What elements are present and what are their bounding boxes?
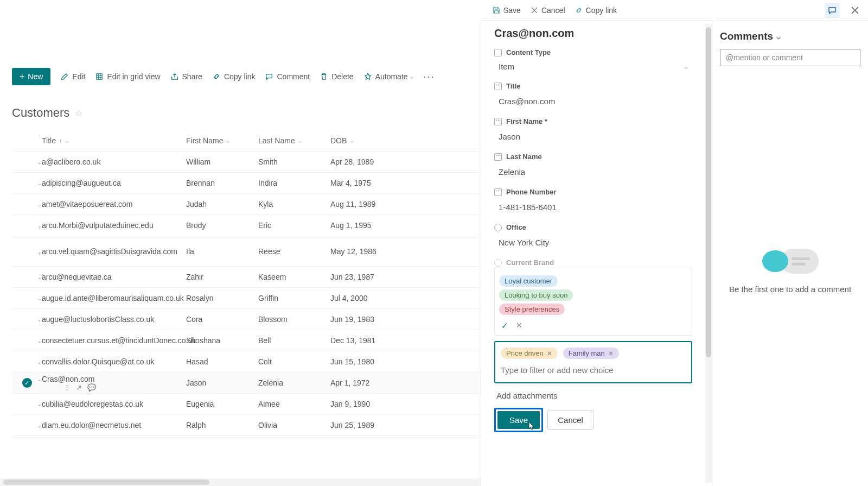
row-expand-icon: ⌄	[37, 338, 42, 344]
row-expand-icon: ⌄	[37, 377, 42, 382]
row-last-name: Blossom	[258, 315, 330, 324]
delete-button[interactable]: Delete	[320, 72, 353, 81]
row-first-name: Jason	[186, 378, 258, 387]
close-panel-button[interactable]	[847, 3, 863, 18]
selected-tag[interactable]: Price driven✕	[501, 348, 558, 359]
cursor-pointer-icon	[526, 421, 535, 432]
row-title[interactable]: cubilia@eudoloregestas.co.uk	[42, 400, 143, 408]
row-last-name: Indira	[258, 179, 330, 187]
row-last-name: Eric	[258, 221, 330, 230]
share-button[interactable]: Share	[170, 72, 202, 81]
panel-save-button[interactable]: Save	[493, 6, 521, 15]
row-more-icon[interactable]: ⋮	[63, 383, 71, 392]
last-name-field[interactable]	[494, 164, 692, 182]
list-title: Customers	[12, 106, 69, 120]
copylink-button[interactable]: Copy link	[212, 72, 256, 81]
label-current-brand: Current Brand	[494, 258, 692, 267]
content-type-select[interactable]: Item ⌵	[494, 60, 692, 77]
choice-input-box[interactable]: Price driven✕ Family man✕	[494, 341, 692, 383]
row-title[interactable]: augue.id.ante@liberomaurisaliquam.co.uk	[42, 294, 184, 302]
row-last-name: Olivia	[258, 421, 330, 430]
row-last-name: Smith	[258, 157, 330, 166]
row-expand-icon: ⌄	[37, 402, 42, 407]
row-dob: Dec 13, 1981	[330, 336, 406, 345]
choice-filter-input[interactable]	[501, 363, 686, 377]
new-button[interactable]: + New	[12, 68, 50, 85]
row-title[interactable]: a@aclibero.co.uk	[42, 157, 100, 166]
remove-tag-icon[interactable]: ✕	[608, 350, 614, 357]
edit-icon	[60, 72, 69, 81]
row-first-name: Brody	[186, 221, 258, 230]
phone-field[interactable]	[494, 199, 692, 218]
row-title[interactable]: adipiscing@augueut.ca	[42, 179, 121, 187]
row-first-name: Hasad	[186, 357, 258, 366]
row-expand-icon: ⌄	[37, 359, 42, 365]
row-dob: Jun 25, 1989	[330, 421, 406, 430]
row-title[interactable]: consectetuer.cursus.et@tinciduntDonec.co…	[42, 336, 196, 345]
field-type-icon	[494, 259, 502, 267]
row-dob: Aug 11, 1989	[330, 200, 406, 209]
choice-option[interactable]: Looking to buy soon	[499, 289, 573, 301]
row-title[interactable]: diam.eu.dolor@necmetus.net	[42, 421, 141, 430]
edit-grid-button[interactable]: Edit in grid view	[95, 72, 160, 81]
row-dob: Apr 1, 1972	[330, 378, 406, 387]
close-icon	[531, 7, 538, 14]
first-name-field[interactable]	[494, 129, 692, 147]
column-header-last[interactable]: Last Name ⌵	[258, 136, 330, 145]
toolbar-more-button[interactable]: ···	[424, 71, 435, 83]
row-title[interactable]: Cras@non.com	[42, 375, 94, 383]
row-last-name: Reese	[258, 247, 330, 256]
vertical-scrollbar[interactable]	[705, 24, 712, 483]
row-comment-icon[interactable]: 💬	[87, 383, 96, 392]
comment-button[interactable]: Comment	[265, 72, 310, 81]
save-icon	[493, 7, 500, 14]
row-expand-icon: ⌄	[37, 223, 42, 229]
row-title[interactable]: convallis.dolor.Quisque@at.co.uk	[42, 357, 154, 366]
column-header-dob[interactable]: DOB ⌵	[330, 136, 406, 145]
remove-tag-icon[interactable]: ✕	[547, 350, 552, 357]
row-last-name: Aimee	[258, 400, 330, 408]
cancel-button[interactable]: Cancel	[547, 411, 593, 430]
grid-icon	[95, 72, 104, 81]
automate-button[interactable]: Automate ⌵	[363, 72, 414, 81]
office-field[interactable]	[494, 235, 692, 253]
confirm-choice-button[interactable]: ✓	[501, 321, 508, 331]
choice-dropdown[interactable]: Loyal customer Looking to buy soon Style…	[494, 268, 692, 336]
row-expand-icon: ⌄	[37, 296, 42, 301]
chat-panel-toggle[interactable]	[825, 3, 840, 18]
title-field[interactable]	[494, 93, 692, 112]
sort-up-icon: ↑	[59, 137, 62, 144]
row-share-icon[interactable]: ↗	[76, 383, 82, 392]
row-title[interactable]: arcu@nequevitae.ca	[42, 273, 112, 281]
field-type-icon	[494, 188, 502, 196]
label-phone: Phone Number	[494, 188, 692, 196]
row-dob: Apr 28, 1989	[330, 157, 406, 166]
chevron-down-icon: ⌵	[65, 137, 69, 144]
panel-cancel-button[interactable]: Cancel	[531, 6, 565, 15]
share-icon	[170, 72, 179, 81]
chevron-down-icon: ⌵	[410, 73, 414, 80]
choice-option[interactable]: Style preferences	[499, 304, 565, 315]
panel-copylink-button[interactable]: Copy link	[575, 6, 617, 15]
add-attachments-link[interactable]: Add attachments	[496, 391, 692, 400]
row-title[interactable]: amet@vitaeposuereat.com	[42, 200, 133, 209]
comments-input[interactable]: @mention or comment	[720, 49, 860, 66]
form-title: Cras@non.com	[494, 27, 692, 40]
choice-option[interactable]: Loyal customer	[499, 275, 558, 287]
comments-heading[interactable]: Comments ⌵	[720, 30, 860, 42]
horizontal-scrollbar[interactable]	[0, 478, 481, 486]
plus-icon: +	[20, 72, 24, 81]
row-first-name: Rosalyn	[186, 294, 258, 302]
row-first-name: Shoshana	[186, 336, 258, 345]
favorite-star-icon[interactable]: ☆	[75, 108, 82, 118]
row-title[interactable]: arcu.vel.quam@sagittisDuisgravida.com	[42, 247, 177, 256]
selected-tag[interactable]: Family man✕	[563, 348, 619, 359]
edit-button[interactable]: Edit	[60, 72, 85, 81]
delete-icon	[320, 72, 328, 81]
column-header-title[interactable]: Title ↑ ⌵	[42, 136, 186, 145]
cancel-choice-button[interactable]: ✕	[516, 321, 522, 331]
row-selected-check-icon[interactable]: ✓	[22, 378, 32, 388]
row-title[interactable]: augue@luctuslobortisClass.co.uk	[42, 315, 154, 324]
row-title[interactable]: arcu.Morbi@vulputateduinec.edu	[42, 221, 154, 230]
column-header-first[interactable]: First Name ⌵	[186, 136, 258, 145]
